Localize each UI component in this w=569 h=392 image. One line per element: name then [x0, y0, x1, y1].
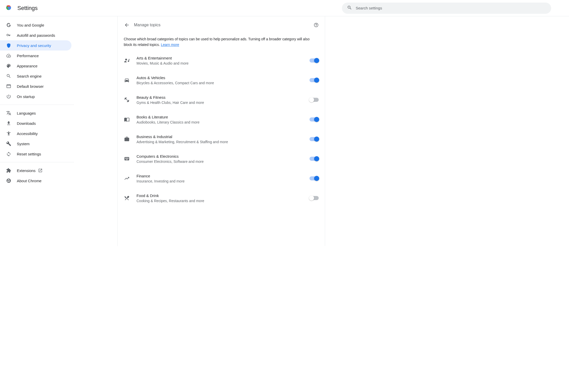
topic-title: Finance	[137, 174, 310, 178]
topic-row-books: Books & LiteratureAudiobooks, Literary C…	[118, 110, 325, 129]
toggle-knob	[309, 97, 314, 102]
sidebar-item-search-engine[interactable]: Search engine	[0, 71, 71, 81]
topic-toggle-finance[interactable]	[310, 176, 319, 180]
sidebar-item-label: About Chrome	[17, 179, 42, 183]
topic-toggle-computers[interactable]	[310, 157, 319, 161]
sidebar-item-label: On startup	[17, 94, 35, 99]
content-card: Manage topics Choose which broad categor…	[117, 16, 325, 246]
sidebar-item-default-browser[interactable]: Default browser	[0, 81, 71, 91]
topic-subtitle: Gyms & Health Clubs, Hair Care and more	[137, 101, 310, 105]
extension-icon	[6, 168, 11, 173]
keyboard-icon	[124, 156, 130, 162]
toggle-knob	[309, 195, 314, 201]
fitness-icon	[124, 97, 130, 103]
content-description: Choose which broad categories of topics …	[118, 30, 325, 51]
shield-icon	[6, 43, 11, 48]
speed-icon	[6, 53, 11, 58]
topic-title: Arts & Entertainment	[137, 56, 310, 60]
sidebar-item-label: Downloads	[17, 121, 36, 126]
sidebar-item-label: Extensions	[17, 168, 35, 173]
search-input[interactable]	[356, 6, 546, 10]
app-header: Settings	[0, 0, 569, 16]
book-icon	[124, 116, 130, 122]
topic-toggle-beauty[interactable]	[310, 98, 319, 102]
chrome-logo	[5, 4, 17, 12]
description-text: Choose which broad categories of topics …	[124, 37, 310, 47]
content-title: Manage topics	[134, 23, 314, 27]
sidebar-item-label: Privacy and security	[17, 43, 51, 48]
topic-title: Autos & Vehicles	[137, 76, 310, 80]
sidebar-item-appearance[interactable]: Appearance	[0, 61, 71, 71]
topic-title: Books & Literature	[137, 115, 310, 119]
key-icon	[6, 33, 11, 38]
sidebar-item-label: Default browser	[17, 84, 44, 89]
sidebar-item-privacy[interactable]: Privacy and security	[0, 40, 71, 51]
topic-subtitle: Advertising & Marketing, Recruitment & S…	[137, 140, 310, 144]
learn-more-link[interactable]: Learn more	[161, 43, 179, 47]
topic-row-autos: Autos & VehiclesBicycles & Accessories, …	[118, 70, 325, 90]
topic-title: Beauty & Fitness	[137, 95, 310, 100]
sidebar-item-about[interactable]: About Chrome	[0, 176, 71, 186]
back-button[interactable]	[124, 22, 130, 28]
sidebar-item-label: Languages	[17, 111, 36, 115]
sidebar-item-label: Appearance	[17, 64, 38, 68]
sidebar-item-label: Reset settings	[17, 152, 41, 156]
power-icon	[6, 94, 11, 99]
sidebar-item-you-and-google[interactable]: You and Google	[0, 20, 71, 30]
topic-row-food: Food & DrinkCooking & Recipes, Restauran…	[118, 188, 325, 208]
google-icon	[6, 22, 11, 28]
topic-toggle-books[interactable]	[310, 117, 319, 121]
topic-subtitle: Movies, Music & Audio and more	[137, 61, 310, 65]
page-title: Settings	[17, 5, 38, 11]
toggle-knob	[314, 137, 319, 142]
sidebar-item-reset[interactable]: Reset settings	[0, 149, 71, 159]
topic-toggle-business[interactable]	[310, 137, 319, 141]
sidebar-item-languages[interactable]: Languages	[0, 108, 71, 118]
topic-subtitle: Bicycles & Accessories, Compact Cars and…	[137, 81, 310, 85]
topic-row-beauty: Beauty & FitnessGyms & Health Clubs, Hai…	[118, 90, 325, 110]
person-music-icon	[124, 57, 130, 64]
sidebar-divider	[0, 105, 74, 105]
search-icon	[347, 5, 356, 11]
external-link-icon	[38, 168, 43, 173]
topic-row-business: Business & IndustrialAdvertising & Marke…	[118, 129, 325, 149]
sidebar-item-autofill[interactable]: Autofill and passwords	[0, 30, 71, 40]
sidebar-item-performance[interactable]: Performance	[0, 51, 71, 61]
topic-subtitle: Cooking & Recipes, Restaurants and more	[137, 199, 310, 203]
topic-subtitle: Audiobooks, Literary Classics and more	[137, 120, 310, 124]
toggle-knob	[314, 58, 319, 63]
sidebar-item-on-startup[interactable]: On startup	[0, 91, 71, 102]
help-button[interactable]	[314, 22, 319, 28]
topic-title: Computers & Electronics	[137, 154, 310, 158]
topic-row-computers: Computers & ElectronicsConsumer Electron…	[118, 149, 325, 169]
toggle-knob	[314, 117, 319, 122]
reset-icon	[6, 151, 11, 156]
topic-toggle-autos[interactable]	[310, 78, 319, 82]
content-header: Manage topics	[118, 16, 325, 30]
download-icon	[6, 121, 11, 126]
browser-icon	[6, 84, 11, 89]
sidebar-item-label: System	[17, 142, 30, 146]
sidebar: You and GoogleAutofill and passwordsPriv…	[0, 16, 74, 246]
briefcase-icon	[124, 136, 130, 142]
sidebar-item-accessibility[interactable]: Accessibility	[0, 128, 71, 139]
sidebar-item-downloads[interactable]: Downloads	[0, 118, 71, 128]
sidebar-item-label: Performance	[17, 54, 39, 58]
sidebar-item-label: Accessibility	[17, 131, 38, 136]
topic-toggle-arts[interactable]	[310, 58, 319, 63]
sidebar-divider	[0, 162, 74, 162]
topic-subtitle: Insurance, Investing and more	[137, 179, 310, 183]
sidebar-item-extensions[interactable]: Extensions	[0, 165, 71, 176]
toggle-knob	[314, 156, 319, 161]
toggle-knob	[314, 176, 319, 181]
car-icon	[124, 77, 130, 83]
sidebar-item-label: Search engine	[17, 74, 42, 78]
accessibility-icon	[6, 131, 11, 136]
search-icon	[6, 74, 11, 79]
food-icon	[124, 195, 130, 201]
search-settings-box[interactable]	[342, 3, 551, 14]
sidebar-item-system[interactable]: System	[0, 139, 71, 149]
topic-toggle-food[interactable]	[310, 196, 319, 200]
toggle-knob	[314, 78, 319, 83]
topic-row-arts: Arts & EntertainmentMovies, Music & Audi…	[118, 51, 325, 70]
